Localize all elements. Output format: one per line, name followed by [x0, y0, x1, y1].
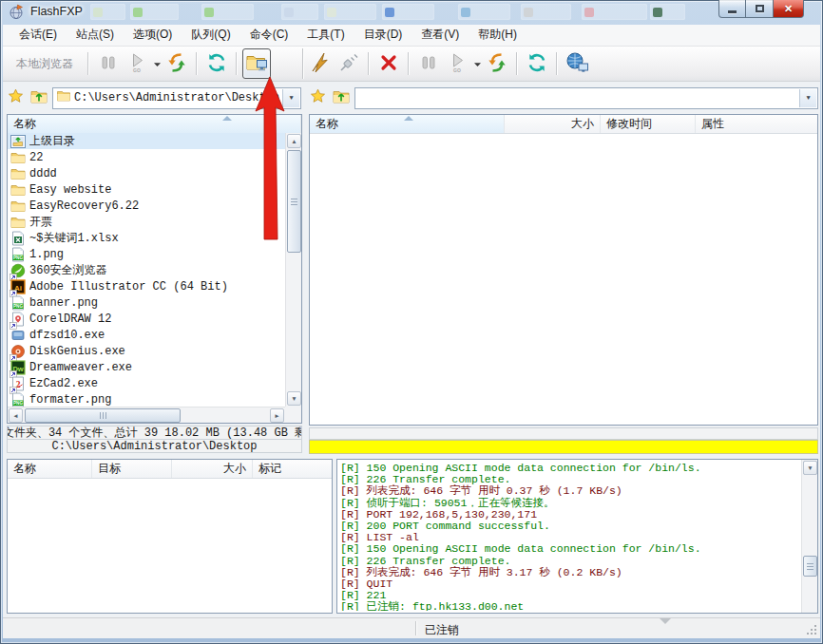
- folder-icon: [10, 150, 26, 165]
- scroll-up-button[interactable]: ▲: [287, 134, 301, 148]
- menu-directory[interactable]: 目录(D): [354, 24, 412, 47]
- scroll-left-button[interactable]: ◄: [9, 408, 23, 423]
- scroll-right-button[interactable]: ►: [270, 408, 284, 423]
- refresh-icon: [526, 51, 548, 77]
- remote-abort-button[interactable]: [374, 48, 403, 79]
- menu-queue[interactable]: 队列(Q): [182, 24, 239, 47]
- queue-flags-column-header[interactable]: 标记: [253, 460, 332, 478]
- remote-path-combobox[interactable]: ▼: [354, 87, 818, 109]
- menu-tools[interactable]: 工具(T): [297, 24, 354, 47]
- app-ezcad-icon: 2: [10, 376, 26, 391]
- queue-size-column-header[interactable]: 大小: [172, 460, 253, 478]
- local-path-combobox[interactable]: C:\Users\Administrator\Desktop ▼: [52, 87, 301, 109]
- local-transfer-button[interactable]: [163, 48, 191, 79]
- remote-size-column-header[interactable]: 大小: [505, 115, 601, 133]
- remote-disconnect-button[interactable]: [335, 48, 363, 79]
- local-name-column-header[interactable]: 名称: [8, 115, 301, 133]
- menu-help[interactable]: 帮助(H): [469, 24, 526, 47]
- remote-refresh-button[interactable]: [523, 48, 551, 79]
- local-go-button[interactable]: GO: [123, 48, 151, 79]
- file-row[interactable]: 2EzCad2.exe: [8, 375, 285, 391]
- scroll-down-button[interactable]: ▼: [287, 391, 301, 406]
- remote-modified-column-header[interactable]: 修改时间: [601, 115, 696, 133]
- background-window-artifact: [582, 4, 647, 20]
- shortcut-overlay-icon: [10, 288, 17, 295]
- file-row[interactable]: 22: [8, 149, 285, 165]
- remote-site-button[interactable]: [563, 48, 591, 79]
- maximize-button[interactable]: [746, 0, 774, 18]
- queue-list[interactable]: [8, 478, 332, 613]
- file-row[interactable]: EasyRecovery6.22: [8, 198, 285, 214]
- remote-attrs-column-header[interactable]: 属性: [696, 115, 817, 133]
- file-row[interactable]: AiAdobe Illustrator CC (64 Bit): [8, 278, 285, 294]
- scrollbar-thumb[interactable]: [803, 556, 817, 577]
- log-line: [R] QUIT: [340, 578, 800, 590]
- remote-up-button[interactable]: [332, 89, 350, 106]
- log-scrollbar[interactable]: ▲ ▼: [801, 460, 817, 613]
- toolbar-separator: [236, 52, 238, 75]
- file-row[interactable]: 上级目录: [8, 133, 285, 149]
- remote-go-button[interactable]: GO: [443, 48, 471, 79]
- local-go-dropdown[interactable]: [151, 49, 163, 78]
- star-icon: [8, 88, 24, 107]
- title-bar[interactable]: FlashFXP ✕: [0, 0, 823, 25]
- remote-name-column-header[interactable]: 名称: [310, 115, 505, 133]
- file-row[interactable]: 开票: [8, 214, 285, 230]
- file-row[interactable]: DiskGenius.exe: [8, 343, 285, 359]
- remote-favorites-button[interactable]: [309, 89, 327, 106]
- local-favorites-button[interactable]: [7, 89, 25, 106]
- file-row[interactable]: DwDreamweaver.exe: [8, 359, 285, 375]
- file-row[interactable]: dddd: [8, 165, 285, 181]
- site-globe-icon: [565, 51, 589, 77]
- close-button[interactable]: ✕: [774, 0, 804, 18]
- minimize-button[interactable]: [718, 0, 746, 18]
- combo-dropdown-button[interactable]: ▼: [282, 89, 299, 107]
- file-name-label: banner.png: [29, 296, 98, 310]
- local-pause-button[interactable]: [94, 48, 123, 79]
- background-window-artifact: [324, 4, 376, 20]
- scrollbar-thumb[interactable]: [287, 150, 301, 253]
- menu-commands[interactable]: 命令(C): [240, 24, 298, 47]
- menu-session[interactable]: 会话(E): [10, 24, 67, 47]
- status-bar: 已注销: [3, 617, 820, 638]
- file-row[interactable]: PNGformater.png: [8, 391, 285, 407]
- file-name-label: dddd: [29, 167, 57, 180]
- file-row[interactable]: dfzsd10.exe: [8, 327, 285, 343]
- excel-file-icon: [10, 231, 26, 246]
- local-refresh-button[interactable]: [202, 48, 231, 79]
- file-name-label: 1.png: [29, 248, 64, 261]
- folder-icon: [57, 90, 70, 105]
- local-vertical-scrollbar[interactable]: ▲ ▼: [285, 133, 301, 407]
- log-line: [R] 列表完成: 646 字节 用时 3.17 秒 (0.2 KB/s): [340, 567, 800, 578]
- scroll-down-button[interactable]: ▼: [803, 461, 817, 475]
- browser-toggle-button[interactable]: [242, 48, 271, 79]
- folder-icon: [10, 182, 26, 198]
- queue-target-column-header[interactable]: 目标: [92, 460, 172, 478]
- scrollbar-thumb[interactable]: [25, 408, 181, 423]
- local-up-button[interactable]: [29, 89, 48, 106]
- file-name-label: DiskGenius.exe: [29, 345, 125, 358]
- menu-options[interactable]: 选项(O): [124, 24, 182, 47]
- file-row[interactable]: 360安全浏览器: [8, 262, 285, 278]
- remote-connect-button[interactable]: [306, 48, 335, 79]
- menu-sites[interactable]: 站点(S): [67, 24, 124, 47]
- remote-transfer-button[interactable]: [483, 48, 511, 79]
- file-row[interactable]: PNG1.png: [8, 246, 285, 262]
- queue-name-column-header[interactable]: 名称: [8, 460, 92, 478]
- toolbar-separator: [516, 52, 518, 75]
- remote-file-list[interactable]: [310, 133, 817, 425]
- file-row[interactable]: CorelDRAW 12: [8, 311, 285, 327]
- local-horizontal-scrollbar[interactable]: ◄ ►: [8, 407, 285, 423]
- combo-dropdown-button[interactable]: ▼: [799, 89, 816, 107]
- file-row[interactable]: ~$关键词1.xlsx: [8, 230, 285, 246]
- folder-up-icon: [333, 89, 350, 107]
- menu-view[interactable]: 查看(V): [412, 24, 469, 47]
- remote-pause-button[interactable]: [414, 48, 443, 79]
- file-row[interactable]: Easy website: [8, 181, 285, 198]
- file-name-label: Adobe Illustrator CC (64 Bit): [29, 280, 228, 294]
- file-row[interactable]: PNGbanner.png: [8, 294, 285, 311]
- sort-ascending-icon: [404, 116, 413, 121]
- resize-grip[interactable]: [806, 624, 818, 636]
- toolbar: 本地浏览器 GO: [3, 47, 820, 82]
- remote-go-dropdown[interactable]: [471, 49, 483, 78]
